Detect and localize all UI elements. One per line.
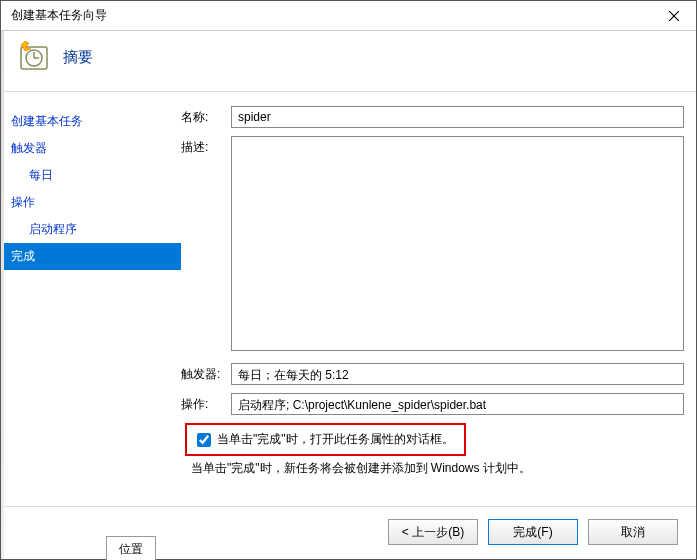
sidebar-item-finish[interactable]: 完成 — [1, 243, 181, 270]
checkbox-area: 当单击"完成"时，打开此任务属性的对话框。 — [181, 423, 684, 456]
dialog-window: 创建基本任务向导 摘要 创建基本任务 触发器 每日 操作 启动程序 完成 — [0, 0, 697, 560]
trigger-field[interactable]: 每日；在每天的 5:12 — [231, 363, 684, 385]
header: 摘要 — [1, 31, 696, 91]
close-button[interactable] — [651, 1, 696, 30]
sidebar-item-create-task[interactable]: 创建基本任务 — [1, 108, 181, 135]
row-name: 名称: — [181, 106, 684, 128]
checkbox-label: 当单击"完成"时，打开此任务属性的对话框。 — [217, 431, 454, 448]
label-description: 描述: — [181, 136, 231, 156]
row-description: 描述: — [181, 136, 684, 351]
close-icon — [669, 11, 679, 21]
name-input[interactable] — [231, 106, 684, 128]
content: 名称: 描述: 触发器: 每日；在每天的 5:12 操作: 启动程序; C:\p… — [181, 92, 696, 506]
window-title: 创建基本任务向导 — [11, 7, 651, 24]
label-trigger: 触发器: — [181, 363, 231, 383]
info-note: 当单击"完成"时，新任务将会被创建并添加到 Windows 计划中。 — [181, 456, 684, 477]
row-action: 操作: 启动程序; C:\project\Kunlene_spider\spid… — [181, 393, 684, 415]
row-trigger: 触发器: 每日；在每天的 5:12 — [181, 363, 684, 385]
back-button[interactable]: < 上一步(B) — [388, 519, 478, 545]
sidebar-item-daily[interactable]: 每日 — [1, 162, 181, 189]
label-action: 操作: — [181, 393, 231, 413]
sidebar-item-action[interactable]: 操作 — [1, 189, 181, 216]
bottom-tab-location[interactable]: 位置 — [106, 536, 156, 560]
open-properties-checkbox[interactable] — [197, 433, 211, 447]
wizard-icon — [19, 41, 51, 73]
sidebar: 创建基本任务 触发器 每日 操作 启动程序 完成 — [1, 92, 181, 506]
sidebar-item-start-program[interactable]: 启动程序 — [1, 216, 181, 243]
sidebar-item-trigger[interactable]: 触发器 — [1, 135, 181, 162]
finish-button[interactable]: 完成(F) — [488, 519, 578, 545]
description-input[interactable] — [231, 136, 684, 351]
page-title: 摘要 — [63, 48, 93, 67]
cancel-button[interactable]: 取消 — [588, 519, 678, 545]
body: 创建基本任务 触发器 每日 操作 启动程序 完成 名称: 描述: 触发器: 每日… — [1, 92, 696, 506]
label-name: 名称: — [181, 106, 231, 126]
titlebar: 创建基本任务向导 — [1, 1, 696, 31]
highlight-annotation: 当单击"完成"时，打开此任务属性的对话框。 — [185, 423, 466, 456]
action-field[interactable]: 启动程序; C:\project\Kunlene_spider\spider.b… — [231, 393, 684, 415]
